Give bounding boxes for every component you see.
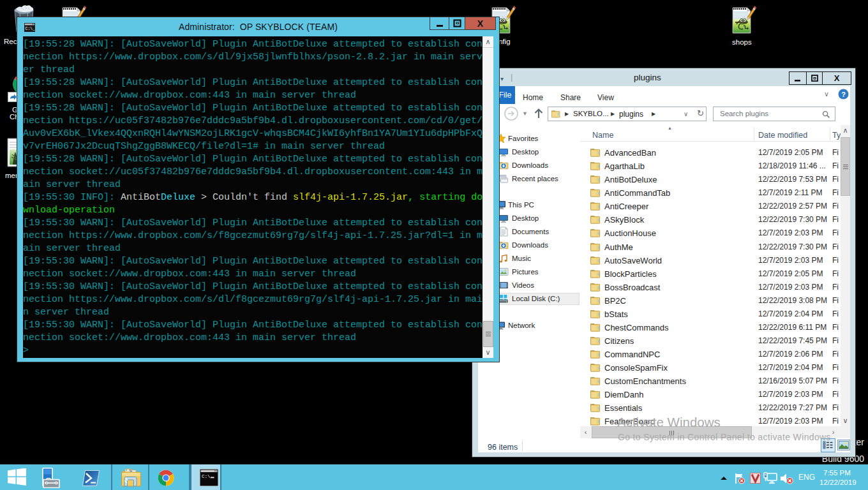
svg-text:C:\: C:\ bbox=[202, 474, 211, 479]
svg-text:?: ? bbox=[841, 91, 846, 98]
